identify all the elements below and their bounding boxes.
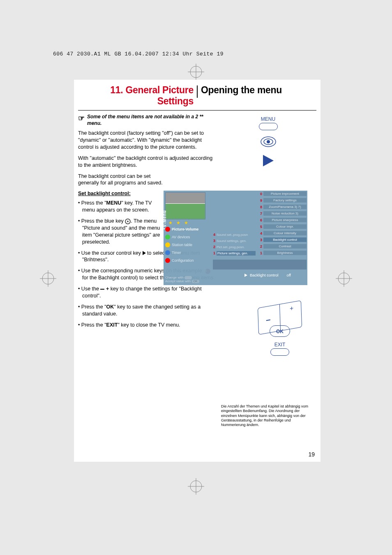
osd-right-item-label: Picture improvment	[263, 191, 307, 196]
crop-mark-right	[336, 270, 352, 288]
osd-color-dot-icon	[165, 235, 170, 240]
remote-exit-label: EXIT	[253, 342, 307, 348]
osd-status-arrow-icon	[244, 274, 247, 277]
paragraph-2: With "automatic" the backlight control i…	[78, 155, 216, 169]
osd-right-item[interactable]: 5Colour impr.	[258, 223, 307, 230]
minus-icon	[100, 289, 104, 290]
osd-color-dot-icon	[165, 250, 170, 255]
osd-side-item-label: Configuration	[172, 258, 194, 263]
osd-right-item[interactable]: 7Noise reduction 3)	[258, 210, 307, 216]
osd-mid-item-label: Sound set.,prog.posn	[217, 233, 256, 237]
osd-item-number: 1	[258, 251, 262, 255]
osd-right-item-label: Picture sharpness	[263, 218, 307, 222]
note-callout: ☞ Some of the menu items are not availab…	[78, 114, 216, 127]
osd-item-number: 2	[258, 244, 262, 249]
title-divider	[197, 85, 198, 98]
osd-side-item-label: AV devices	[172, 235, 190, 239]
osd-mid-item-label: Picture settings, gen.	[217, 251, 256, 256]
osd-side-item[interactable]: Picture-Volume	[165, 226, 210, 233]
osd-item-number: 0	[258, 192, 262, 196]
osd-side-item-label: Timer	[172, 251, 181, 255]
section-title: 11. General Picture Settings	[78, 85, 194, 107]
remote-exit-button[interactable]	[270, 348, 289, 356]
osd-side-item[interactable]: AV devices	[165, 234, 210, 240]
osd-status-bar	[213, 260, 307, 269]
osd-item-number: 8	[258, 205, 262, 209]
crop-mark-left	[40, 270, 56, 288]
osd-hint-text: Change with Accept value with OK	[165, 276, 199, 283]
osd-item-number: 5	[258, 225, 262, 229]
osd-side-item-label: Picture-Volume	[172, 227, 198, 231]
note-text: Some of the menu items are not available…	[87, 114, 216, 127]
osd-stars-icon: ★ ★ ★	[168, 220, 189, 226]
osd-ok-icon: OK	[192, 280, 199, 283]
osd-right-item-label: Zoom/Panorama 3) 7)	[263, 205, 307, 209]
osd-item-number: 1	[211, 251, 215, 255]
osd-right-item[interactable]: 1Brightness	[258, 250, 307, 256]
osd-right-item[interactable]: 4Colour intensity	[258, 230, 307, 236]
osd-right-item-label: Colour impr.	[263, 224, 307, 229]
osd-mid-item-label: Pict.set.,prog.posn.	[217, 245, 256, 249]
remote-menu-label: MENU	[220, 116, 316, 122]
osd-pill-icon	[184, 276, 192, 279]
osd-mid-item[interactable]: 2Pict.set.,prog.posn.	[211, 244, 256, 250]
blue-key-icon	[125, 219, 131, 224]
osd-status-text: Backlight control off	[244, 273, 291, 277]
osd-right-item-label: Noise reduction 3)	[263, 211, 307, 216]
plus-icon: +	[290, 304, 294, 313]
paragraph-3: The backlight control can be set general…	[78, 173, 164, 187]
step-6: Press the "OK" key to save the changed s…	[78, 304, 216, 318]
osd-right-item-label: Colour intensity	[263, 231, 307, 235]
osd-side-menu: Picture-VolumeAV devicesStation tableTim…	[165, 226, 210, 265]
step-2: Press the blue key . The menu "Picture a…	[78, 218, 164, 246]
osd-mid-item[interactable]: 4Sound set.,prog.posn	[211, 232, 256, 237]
osd-side-item[interactable]: Station table	[165, 242, 210, 248]
osd-item-number: 3	[211, 239, 215, 243]
osd-right-item-label: Backlight control	[263, 237, 307, 242]
page-number: 19	[308, 451, 315, 458]
osd-right-item-label: Brightness	[263, 251, 307, 255]
osd-side-item[interactable]: Configuration	[165, 257, 210, 264]
osd-right-item-label: Contrast	[263, 244, 307, 249]
section-subtitle: Opening the menu	[201, 85, 316, 107]
footnote-text: Die Anzahl der Themen und Kapitel ist ab…	[221, 404, 311, 427]
osd-item-number: 2	[211, 245, 215, 249]
osd-right-item[interactable]: 9Factory settings	[258, 197, 307, 203]
paragraph-1: The backlight control (factory setting "…	[78, 130, 216, 151]
osd-right-item[interactable]: 2Contrast	[258, 243, 307, 249]
osd-item-number: 9	[258, 198, 262, 203]
remote-eye-button[interactable]	[260, 136, 277, 147]
osd-mid-item[interactable]: 3Sound settings, gen.	[211, 238, 256, 244]
osd-right-item[interactable]: 6Picture sharpness	[258, 217, 307, 223]
step-7: Press the "EXIT" key to close the TV men…	[78, 322, 216, 329]
remote-navpad-group: + − OK EXIT	[253, 304, 307, 362]
step-1: Press the "MENU" key. The TV menu appear…	[78, 200, 164, 214]
osd-item-number: 3	[258, 238, 262, 242]
osd-right-item[interactable]: 8Zoom/Panorama 3) 7)	[258, 204, 307, 210]
osd-item-number: 7	[258, 212, 262, 216]
osd-right-item-label: Factory settings	[263, 198, 307, 203]
pointing-hand-icon: ☞	[78, 114, 85, 127]
step-5: Use the + key to change the settings for…	[78, 286, 216, 299]
cursor-right-icon	[143, 251, 146, 255]
crop-mark-top	[188, 64, 204, 82]
dpad-divider	[279, 304, 281, 331]
osd-right-menu: 0Picture improvment9Factory settings8Zoo…	[258, 191, 307, 256]
osd-mid-item[interactable]: 1Picture settings, gen.	[211, 250, 256, 256]
osd-color-dot-icon	[165, 258, 170, 263]
osd-item-number: 6	[258, 218, 262, 222]
osd-mid-menu: 4Sound set.,prog.posn3Sound settings, ge…	[211, 232, 256, 256]
osd-right-item[interactable]: 3Backlight control	[258, 237, 307, 243]
osd-preview-thumbnail	[165, 192, 205, 219]
osd-item-number: 4	[211, 233, 215, 237]
osd-item-number: 4	[258, 231, 262, 235]
minus-icon: −	[266, 315, 271, 325]
remote-dpad[interactable]: + −	[258, 300, 302, 335]
page: 11. General Picture Settings Opening the…	[74, 80, 321, 462]
remote-right-button[interactable]	[263, 155, 274, 166]
osd-mid-item-label: Sound settings, gen.	[217, 239, 256, 243]
osd-menu: ★ ★ ★ TV-Menu Picture-VolumeAV devicesSt…	[164, 191, 307, 285]
osd-side-item[interactable]: Timer	[165, 249, 210, 256]
osd-right-item[interactable]: 0Picture improvment	[258, 191, 307, 197]
remote-menu-button[interactable]	[259, 123, 278, 130]
